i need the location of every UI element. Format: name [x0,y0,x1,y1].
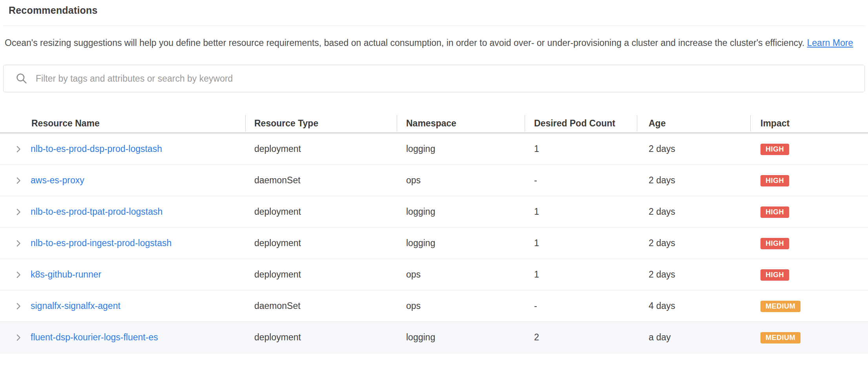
age-cell: a day [637,332,750,343]
description-text: Ocean's resizing suggestions will help y… [5,38,804,48]
page-title: Recommendations [0,0,868,16]
chevron-right-icon [14,176,23,185]
desired-pod-count-cell: 1 [525,269,637,280]
resource-name-link[interactable]: signalfx-signalfx-agent [31,301,120,311]
namespace-cell: ops [397,269,525,280]
age-cell: 2 days [637,206,750,217]
namespace-cell: logging [397,206,525,217]
expand-row-button[interactable] [0,302,31,311]
table-row[interactable]: aws-es-proxy daemonSet ops - 2 days HIGH [0,165,868,196]
desired-pod-count-cell: 1 [525,238,637,248]
expand-row-button[interactable] [0,176,31,185]
expand-row-button[interactable] [0,270,31,279]
age-cell: 2 days [637,238,750,248]
expand-row-button[interactable] [0,239,31,248]
impact-cell: MEDIUM [750,332,868,343]
desired-pod-count-cell: - [525,301,637,311]
resource-name-cell: aws-es-proxy [31,175,245,186]
desired-pod-count-cell: 1 [525,206,637,217]
table-row[interactable]: signalfx-signalfx-agent daemonSet ops - … [0,290,868,322]
resource-name-link[interactable]: nlb-to-es-prod-dsp-prod-logstash [31,144,162,154]
resource-name-link[interactable]: nlb-to-es-prod-tpat-prod-logstash [31,206,162,217]
divider [3,26,865,26]
impact-badge: MEDIUM [760,332,801,343]
search-input[interactable] [35,73,857,84]
resource-name-cell: nlb-to-es-prod-ingest-prod-logstash [31,238,245,248]
impact-badge: MEDIUM [760,301,801,312]
table-row[interactable]: nlb-to-es-prod-tpat-prod-logstash deploy… [0,196,868,228]
impact-badge: HIGH [760,238,789,249]
namespace-cell: ops [397,301,525,311]
desired-pod-count-cell: - [525,175,637,186]
age-cell: 4 days [637,301,750,311]
column-header-desired-pod-count: Desired Pod Count [525,113,637,133]
chevron-right-icon [14,270,23,279]
impact-cell: HIGH [750,237,868,249]
impact-badge: HIGH [760,269,789,281]
resource-name-cell: signalfx-signalfx-agent [31,301,245,311]
desired-pod-count-cell: 2 [525,332,637,343]
desired-pod-count-cell: 1 [525,144,637,154]
chevron-right-icon [14,302,23,311]
column-header-namespace: Namespace [397,113,525,133]
chevron-right-icon [14,239,23,248]
chevron-right-icon [14,333,23,342]
resource-name-cell: nlb-to-es-prod-dsp-prod-logstash [31,144,245,154]
expand-row-button[interactable] [0,145,31,153]
filter-search-box[interactable] [3,65,865,92]
impact-cell: HIGH [750,143,868,155]
resource-name-link[interactable]: k8s-github-runner [31,269,101,279]
namespace-cell: logging [397,332,525,343]
namespace-cell: logging [397,238,525,248]
impact-badge: HIGH [760,144,789,155]
age-cell: 2 days [637,144,750,154]
table-header: Resource Name Resource Type Namespace De… [0,113,868,133]
column-header-impact: Impact [750,113,868,133]
impact-cell: HIGH [750,269,868,281]
chevron-right-icon [14,145,23,153]
column-header-resource-name: Resource Name [0,113,245,133]
resource-type-cell: deployment [245,269,397,280]
table-row[interactable]: fluent-dsp-kourier-logs-fluent-es deploy… [0,322,868,353]
age-cell: 2 days [637,175,750,186]
resource-type-cell: deployment [245,206,397,217]
column-header-resource-type: Resource Type [245,113,397,133]
resource-type-cell: deployment [245,238,397,248]
table-row[interactable]: k8s-github-runner deployment ops 1 2 day… [0,259,868,290]
resource-name-link[interactable]: aws-es-proxy [31,175,84,185]
resource-name-cell: fluent-dsp-kourier-logs-fluent-es [31,332,245,343]
chevron-right-icon [14,208,23,216]
impact-badge: HIGH [760,175,789,186]
namespace-cell: logging [397,144,525,154]
expand-row-button[interactable] [0,333,31,342]
learn-more-link[interactable]: Learn More [807,38,853,48]
page-description: Ocean's resizing suggestions will help y… [5,35,863,50]
table-row[interactable]: nlb-to-es-prod-ingest-prod-logstash depl… [0,228,868,259]
age-cell: 2 days [637,269,750,280]
resource-name-link[interactable]: nlb-to-es-prod-ingest-prod-logstash [31,238,171,248]
resource-name-link[interactable]: fluent-dsp-kourier-logs-fluent-es [31,332,158,342]
resource-type-cell: deployment [245,332,397,343]
search-icon [15,72,28,85]
resource-name-cell: nlb-to-es-prod-tpat-prod-logstash [31,206,245,217]
impact-cell: MEDIUM [750,300,868,312]
impact-badge: HIGH [760,206,789,218]
resource-name-cell: k8s-github-runner [31,269,245,280]
table-row[interactable]: nlb-to-es-prod-dsp-prod-logstash deploym… [0,133,868,165]
resource-type-cell: deployment [245,144,397,154]
resource-type-cell: daemonSet [245,301,397,311]
column-header-age: Age [637,113,750,133]
impact-cell: HIGH [750,206,868,218]
recommendations-table: Resource Name Resource Type Namespace De… [0,113,868,353]
namespace-cell: ops [397,175,525,186]
resource-type-cell: daemonSet [245,175,397,186]
impact-cell: HIGH [750,175,868,186]
expand-row-button[interactable] [0,208,31,216]
